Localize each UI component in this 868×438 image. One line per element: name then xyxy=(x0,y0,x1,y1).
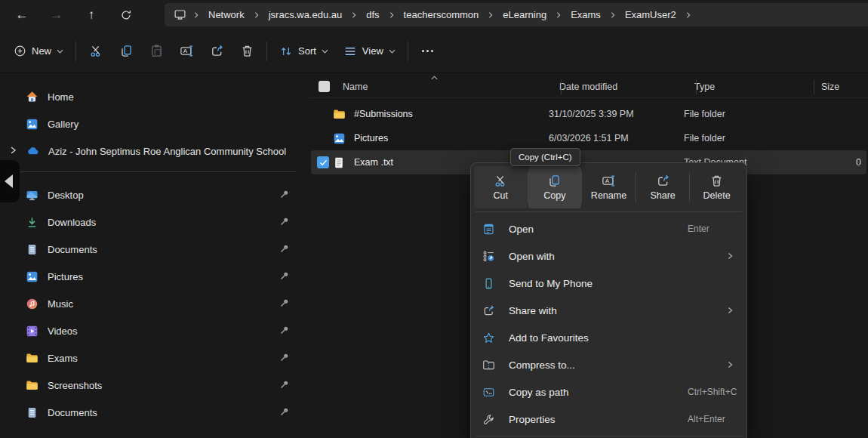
column-header-type[interactable]: Type xyxy=(694,82,812,92)
breadcrumb-item-exams[interactable]: Exams xyxy=(565,6,606,23)
forward-button: → xyxy=(42,3,71,27)
breadcrumb-item-network[interactable]: Network xyxy=(203,6,250,23)
text-file-icon xyxy=(333,156,346,169)
more-options-button[interactable] xyxy=(413,38,443,65)
new-button[interactable]: New xyxy=(6,38,71,65)
rename-icon: A xyxy=(602,174,616,188)
context-copy-label: Copy xyxy=(543,190,565,201)
row-checkbox[interactable] xyxy=(317,108,329,120)
file-type: File folder xyxy=(684,109,802,119)
share-icon xyxy=(656,174,670,188)
breadcrumb[interactable]: Network jsracs.wa.edu.au dfs teacherscom… xyxy=(165,3,868,26)
menu-item-copy-as-path[interactable]: Copy as path Ctrl+Shift+C xyxy=(474,378,743,406)
sidebar-item-screenshots[interactable]: Screenshots xyxy=(3,372,306,399)
command-toolbar: New A xyxy=(0,29,868,73)
breadcrumb-item-dfs[interactable]: dfs xyxy=(361,6,384,23)
back-button[interactable]: ← xyxy=(8,3,36,27)
sidebar-item-pictures[interactable]: Pictures xyxy=(3,263,306,290)
sidebar-item-documents[interactable]: Documents xyxy=(3,236,306,263)
refresh-button[interactable] xyxy=(112,3,140,27)
context-delete-button[interactable]: Delete xyxy=(690,166,743,208)
sort-button[interactable]: Sort xyxy=(272,38,336,65)
sort-icon xyxy=(279,45,293,58)
sidebar-item-gallery[interactable]: Gallery xyxy=(3,110,306,137)
row-checkbox-checked[interactable] xyxy=(317,156,329,168)
file-name[interactable]: #Submissions xyxy=(354,109,549,119)
menu-item-open-with[interactable]: Open with xyxy=(474,242,743,270)
select-all-checkbox[interactable] xyxy=(319,81,330,92)
menu-item-send-to-my-phone[interactable]: Send to My Phone xyxy=(474,270,743,297)
sidebar-divider xyxy=(14,171,296,172)
table-row-pictures[interactable]: Pictures 6/03/2026 1:51 PM File folder xyxy=(311,126,866,150)
pin-icon xyxy=(279,216,290,227)
context-menu-divider xyxy=(476,211,742,212)
paste-icon xyxy=(149,44,164,58)
column-header-name[interactable]: Name xyxy=(343,82,559,92)
sidebar-item-documents-2[interactable]: Documents xyxy=(3,399,306,426)
up-button[interactable]: ↑ xyxy=(77,3,106,27)
sidebar-item-music[interactable]: Music xyxy=(3,290,306,317)
context-share-button[interactable]: Share xyxy=(636,166,690,208)
pane-collapse-handle[interactable] xyxy=(0,160,20,202)
cut-button[interactable] xyxy=(81,38,111,65)
cut-icon xyxy=(494,174,508,188)
document-icon xyxy=(26,243,38,256)
breadcrumb-item-examuser2[interactable]: ExamUser2 xyxy=(620,6,682,23)
submenu-chevron-icon xyxy=(725,306,734,315)
paste-button xyxy=(141,38,171,65)
network-location-icon xyxy=(174,8,186,21)
sidebar-item-desktop[interactable]: Desktop xyxy=(3,181,306,208)
rename-button[interactable]: A xyxy=(171,38,202,65)
file-size: 0 xyxy=(802,157,866,168)
view-button-label: View xyxy=(362,45,383,57)
sidebar-item-label: Downloads xyxy=(48,217,96,228)
navigation-bar: ← → ↑ Network jsracs.wa.edu.au xyxy=(0,0,868,29)
sidebar-item-videos[interactable]: Videos xyxy=(3,317,306,344)
chevron-right-icon xyxy=(484,11,497,19)
menu-item-label: Send to My Phone xyxy=(509,278,593,289)
column-header-date-modified[interactable]: Date modified xyxy=(559,82,694,92)
collapse-left-icon xyxy=(5,174,13,188)
sidebar-item-label: Gallery xyxy=(48,119,78,130)
expand-chevron-icon[interactable] xyxy=(8,145,18,156)
context-rename-button[interactable]: A Rename xyxy=(582,166,636,208)
sidebar-item-exams[interactable]: Exams xyxy=(3,344,306,372)
column-divider[interactable] xyxy=(814,79,814,94)
column-divider[interactable] xyxy=(696,79,697,94)
menu-item-open[interactable]: Open Enter xyxy=(474,215,743,242)
sidebar-item-label: Documents xyxy=(48,407,97,418)
onedrive-cloud-icon xyxy=(26,144,39,158)
row-checkbox[interactable] xyxy=(317,132,329,144)
menu-item-add-to-favourites[interactable]: Add to Favourites xyxy=(474,324,743,351)
pin-icon xyxy=(279,352,290,363)
sidebar-item-label: Exams xyxy=(48,353,78,364)
copy-button[interactable] xyxy=(111,38,141,65)
column-header-size[interactable]: Size xyxy=(812,82,868,92)
sidebar-item-home[interactable]: Home xyxy=(3,83,306,110)
context-menu-divider xyxy=(476,436,742,436)
chevron-right-icon xyxy=(385,11,399,19)
menu-item-label: Share with xyxy=(509,305,557,316)
file-explorer-window: ← → ↑ Network jsracs.wa.edu.au xyxy=(0,0,868,438)
menu-item-properties[interactable]: Properties Alt+Enter xyxy=(474,406,743,433)
column-divider[interactable] xyxy=(561,79,562,94)
chevron-down-icon xyxy=(322,49,328,54)
file-name[interactable]: Pictures xyxy=(354,133,549,143)
menu-item-compress-to[interactable]: Compress to... xyxy=(474,351,743,378)
cut-icon xyxy=(89,44,103,58)
delete-button[interactable] xyxy=(232,38,262,65)
view-button[interactable]: View xyxy=(336,38,403,65)
context-cut-button[interactable]: Cut xyxy=(474,166,528,208)
svg-text:A: A xyxy=(183,48,187,54)
context-rename-label: Rename xyxy=(591,190,626,201)
sidebar-item-onedrive[interactable]: Aziz - John Septimus Roe Anglican Commun… xyxy=(3,137,306,165)
menu-item-share-with[interactable]: Share with xyxy=(474,297,743,324)
breadcrumb-item-server[interactable]: jsracs.wa.edu.au xyxy=(263,6,348,23)
context-copy-button[interactable]: Copy xyxy=(528,166,582,208)
file-date-modified: 31/10/2025 3:39 PM xyxy=(549,109,684,119)
breadcrumb-item-teacherscommon[interactable]: teacherscommon xyxy=(399,6,485,23)
table-row-submissions[interactable]: #Submissions 31/10/2025 3:39 PM File fol… xyxy=(311,102,866,126)
sidebar-item-downloads[interactable]: Downloads xyxy=(3,208,306,236)
share-button[interactable] xyxy=(202,38,232,65)
breadcrumb-item-elearning[interactable]: eLearning xyxy=(497,6,552,23)
